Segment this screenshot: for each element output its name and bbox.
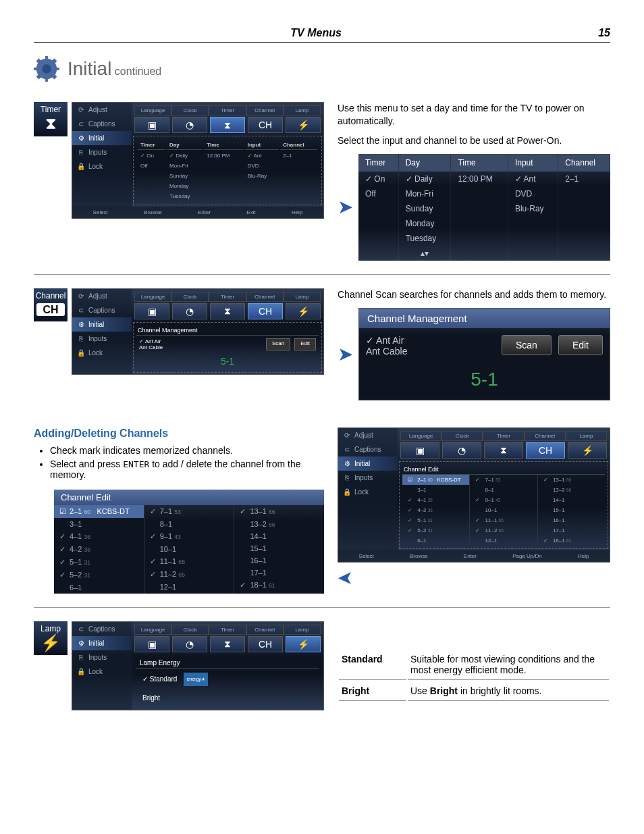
- gear-icon: [34, 56, 59, 82]
- ant-cable-option[interactable]: Ant Cable: [366, 346, 407, 357]
- lamp-icon-box: Lamp ⚡: [34, 621, 68, 656]
- channel-row[interactable]: 10–1: [144, 543, 234, 555]
- channel-row[interactable]: ✓ 18–1 61: [538, 536, 605, 546]
- svg-point-1: [42, 64, 51, 73]
- channel-row[interactable]: 6–1: [402, 536, 469, 546]
- timer-section: Timer ⧗ ⟳Adjust ⊂Captions ⚙Initial ⎘Inpu…: [34, 102, 610, 275]
- channel-row[interactable]: ✓ 4–1 36: [402, 495, 469, 505]
- timer-icon[interactable]: ⧗: [210, 117, 245, 133]
- svg-rect-4: [34, 68, 39, 70]
- channel-row[interactable]: 14–1: [234, 530, 324, 542]
- osd-nav-inputs[interactable]: ⎘Inputs: [72, 145, 132, 159]
- ch-icon: CH: [36, 303, 65, 316]
- channel-row[interactable]: ✓ 13–1 66: [234, 505, 324, 518]
- lamp-description-table: StandardSuitable for most viewing condit…: [338, 648, 610, 702]
- channel-row[interactable]: ✓ 9–1 43: [470, 495, 537, 505]
- lamp-bright-option[interactable]: Bright: [136, 690, 319, 706]
- timer-intro-1: Use this menu to set a day and time for …: [338, 102, 610, 128]
- svg-rect-3: [45, 76, 48, 82]
- channel-row[interactable]: ✓ 9–1 43: [144, 530, 234, 543]
- osd-nav-initial[interactable]: ⚙Initial: [72, 131, 132, 145]
- channel-row[interactable]: ✓ 5–2 31: [402, 525, 469, 536]
- osd-tab-clock[interactable]: Clock: [171, 105, 209, 115]
- arrow-left-icon: ➤: [338, 567, 353, 589]
- title-main: Initial: [68, 58, 111, 79]
- osd-nav-lock[interactable]: 🔒Lock: [72, 159, 132, 174]
- channel-icon-box: Channel CH: [34, 288, 68, 321]
- osd-tab-language[interactable]: Language: [134, 105, 171, 115]
- lamp-section: Lamp ⚡ ⊂Captions ⚙Initial ⎘Inputs 🔒Lock …: [34, 621, 610, 724]
- channel-row[interactable]: ✓ 11–1 65: [144, 555, 234, 568]
- channel-row[interactable]: ✓ 7–1 53: [144, 505, 234, 518]
- adding-section: Adding/Deleting Channels Check mark indi…: [34, 427, 610, 608]
- channel-row[interactable]: 10–1: [470, 505, 537, 515]
- channel-row[interactable]: ✓ 4–1 36: [54, 530, 144, 543]
- channel-row[interactable]: 15–1: [538, 505, 605, 515]
- current-channel: 5-1: [359, 363, 610, 400]
- channel-edit-osd: ⟳Adjust ⊂Captions ⚙Initial ⎘Inputs 🔒Lock…: [338, 427, 610, 563]
- osd-nav-captions[interactable]: ⊂Captions: [72, 117, 132, 131]
- channel-row[interactable]: ✓ 5–2 31: [54, 569, 144, 581]
- bullet-2: Select and press ENTER to add / delete t…: [50, 459, 324, 480]
- channel-section: Channel CH ⟳Adjust ⊂Captions ⚙Initial ⎘I…: [34, 288, 610, 414]
- channel-row[interactable]: ✓ 4–2 36: [402, 505, 469, 515]
- channel-management-panel: Channel Management ✓ Ant Air Ant Cable S…: [358, 308, 610, 400]
- ant-air-option[interactable]: ✓ Ant Air: [366, 335, 407, 346]
- timer-intro-2: Select the input and channel to be used …: [338, 134, 610, 147]
- osd-current-channel: 5-1: [136, 353, 319, 369]
- lamp-icon[interactable]: ⚡: [286, 117, 321, 133]
- channel-row[interactable]: ✓ 7–1 53: [470, 475, 537, 485]
- arrow-right-icon: ➤: [338, 196, 353, 218]
- osd-nav-adjust[interactable]: ⟳Adjust: [72, 103, 132, 117]
- osd-tab-channel[interactable]: Channel: [246, 105, 284, 115]
- timer-detail-table: TimerDayTimeInputChannel ✓ On✓ Daily12:0…: [358, 154, 610, 261]
- channel-row[interactable]: 12–1: [470, 536, 537, 546]
- channel-row[interactable]: 13–2 66: [234, 518, 324, 530]
- channel-row[interactable]: ✓ 11–2 65: [144, 568, 234, 581]
- channel-row[interactable]: 13–2 66: [538, 485, 605, 495]
- lamp-standard-option[interactable]: ✓ Standard: [142, 675, 177, 683]
- channel-row[interactable]: ✓ 11–1 65: [470, 515, 537, 525]
- channel-row[interactable]: ✓ 11–2 65: [470, 525, 537, 536]
- channel-row[interactable]: ✓ 5–1 31: [402, 515, 469, 525]
- osd-tab-timer[interactable]: Timer: [209, 105, 246, 115]
- channel-row[interactable]: 6–1: [54, 581, 144, 594]
- timer-options-table: TimerDayTimeInputChannel ✓ On✓ Daily12:0…: [136, 139, 319, 202]
- bolt-icon: ⚡: [34, 633, 68, 653]
- adding-heading: Adding/Deleting Channels: [34, 427, 324, 440]
- bullet-1: Check mark indicates memorized channels.: [50, 445, 324, 456]
- language-icon[interactable]: ▣: [134, 117, 169, 133]
- svg-rect-5: [54, 68, 59, 70]
- channel-intro: Channel Scan searches for channels and a…: [338, 288, 610, 301]
- scan-button-small[interactable]: Scan: [266, 338, 290, 350]
- lamp-osd: ⊂Captions ⚙Initial ⎘Inputs 🔒Lock Languag…: [72, 621, 324, 710]
- channel-row[interactable]: ☑ 2–1 60 KCBS-DT: [402, 475, 469, 485]
- header-section: TV Menus: [290, 27, 342, 39]
- scan-button[interactable]: Scan: [502, 335, 552, 355]
- page-number: 15: [598, 27, 610, 39]
- channel-osd: ⟳Adjust ⊂Captions ⚙Initial ⎘Inputs 🔒Lock…: [72, 288, 324, 375]
- channel-row[interactable]: 17–1: [234, 567, 324, 579]
- channel-row[interactable]: 12–1: [144, 581, 234, 593]
- page-title-row: Initial continued: [34, 56, 610, 82]
- channel-row[interactable]: ✓ 5–1 31: [54, 556, 144, 569]
- channel-row[interactable]: ✓ 18–1 61: [234, 579, 324, 592]
- channel-row[interactable]: 3–1: [54, 518, 144, 530]
- channel-row[interactable]: ✓ 4–2 36: [54, 543, 144, 556]
- clock-icon[interactable]: ◔: [172, 117, 207, 133]
- channel-row[interactable]: 15–1: [234, 542, 324, 554]
- channel-row[interactable]: 3–1: [402, 485, 469, 495]
- hourglass-icon: ⧗: [34, 114, 68, 134]
- edit-button[interactable]: Edit: [558, 335, 603, 355]
- channel-row[interactable]: 16–1: [234, 554, 324, 567]
- channel-row[interactable]: ✓ 13–1 66: [538, 475, 605, 485]
- channel-row[interactable]: 16–1: [538, 515, 605, 525]
- channel-row[interactable]: 14–1: [538, 495, 605, 505]
- channel-row[interactable]: 17–1: [538, 525, 605, 536]
- channel-icon[interactable]: CH: [248, 117, 283, 133]
- channel-row[interactable]: 8–1: [470, 485, 537, 495]
- edit-button-small[interactable]: Edit: [294, 338, 316, 350]
- osd-tab-lamp[interactable]: Lamp: [284, 105, 321, 115]
- channel-row[interactable]: ☑ 2–1 60 KCBS-DT: [54, 505, 144, 518]
- channel-row[interactable]: 8–1: [144, 518, 234, 530]
